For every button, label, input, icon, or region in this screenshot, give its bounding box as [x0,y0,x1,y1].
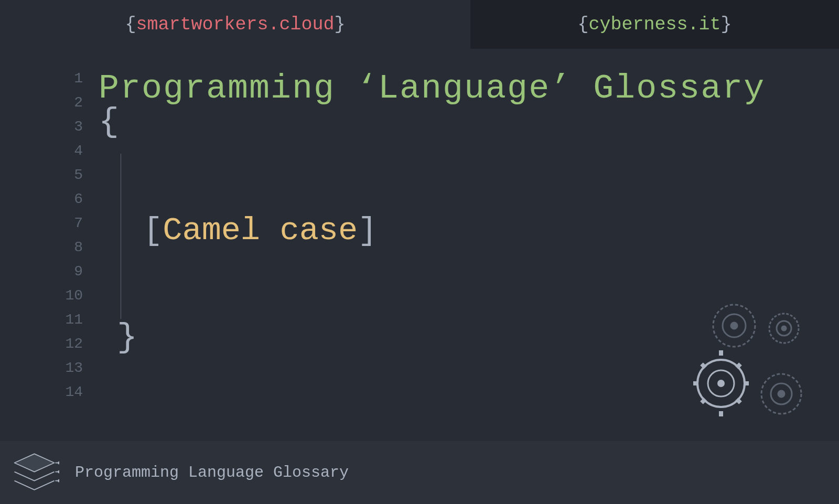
line-number: 11 [62,308,83,332]
line-number: 5 [62,163,83,187]
glossary-term: [Camel case] [143,212,378,249]
svg-line-13 [702,364,705,368]
term-text: Camel case [163,212,358,249]
line-number: 7 [62,211,83,235]
line-number: 6 [62,187,83,211]
line-number: 4 [62,139,83,163]
line-number: 9 [62,260,83,284]
line-number-gutter: 1 2 3 4 5 6 7 8 9 10 11 12 13 14 [62,67,83,404]
main-title: Programming ‘Language’ Glossary [99,69,765,108]
svg-point-19 [778,391,784,397]
line-number: 8 [62,235,83,260]
line-number: 2 [62,91,83,115]
layers-icon [9,448,59,498]
line-number: 13 [62,356,83,380]
footer-bar: Programming Language Glossary [0,441,839,504]
svg-point-8 [717,380,725,387]
svg-line-14 [737,399,740,403]
svg-point-24 [58,470,59,473]
svg-line-15 [702,399,705,403]
close-brace: } [117,318,137,357]
svg-point-25 [58,479,59,481]
tab-right-label: cyberness.it [588,14,720,35]
svg-point-23 [58,462,59,464]
svg-point-5 [782,326,786,330]
tab-left-label: smartworkers.cloud [136,14,334,35]
open-brace: { [99,103,765,142]
tab-smartworkers[interactable]: {smartworkers.cloud} [0,0,470,49]
gears-icon [684,292,826,428]
line-number: 12 [62,332,83,356]
tab-bar: {smartworkers.cloud} {cyberness.it} [0,0,839,49]
line-number: 1 [62,67,83,91]
svg-point-2 [731,323,737,329]
indent-guide [121,154,121,319]
line-number: 14 [62,380,83,404]
bracket-open: [ [143,212,163,249]
tab-cyberness[interactable]: {cyberness.it} [470,0,839,49]
svg-line-16 [737,364,740,368]
footer-title: Programming Language Glossary [75,464,349,481]
code-content: Programming ‘Language’ Glossary { [99,69,765,142]
line-number: 3 [62,115,83,139]
line-number: 10 [62,284,83,308]
bracket-close: ] [358,212,377,249]
